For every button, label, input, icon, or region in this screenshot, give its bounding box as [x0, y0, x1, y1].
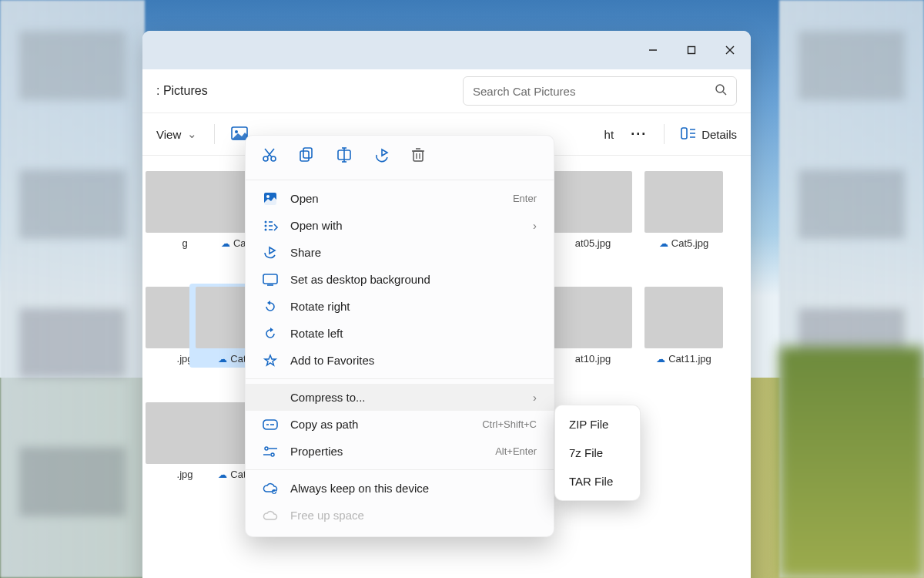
more-button[interactable]: ··· — [631, 126, 647, 143]
details-label: Details — [701, 128, 737, 141]
submenu-tar[interactable]: TAR File — [555, 467, 640, 496]
menu-copy-as-path[interactable]: Copy as pathCtrl+Shift+C — [246, 411, 554, 438]
details-view-button[interactable]: Details — [681, 128, 737, 141]
svg-rect-22 — [413, 151, 423, 161]
menu-add-favorites[interactable]: Add to Favorites — [246, 347, 554, 374]
cloud-keep-icon — [263, 483, 278, 494]
rotate-right-icon — [263, 301, 278, 313]
svg-line-5 — [723, 92, 726, 95]
view-menu[interactable]: View ⌄ — [156, 127, 197, 141]
properties-icon — [263, 446, 278, 457]
svg-rect-35 — [263, 274, 277, 284]
view-label: View — [156, 128, 181, 141]
minimize-button[interactable] — [635, 37, 671, 63]
file-thumb[interactable]: ☁Cat11.jpg — [641, 287, 726, 365]
svg-point-42 — [271, 453, 274, 456]
open-with-icon — [263, 220, 278, 232]
menu-set-background[interactable]: Set as desktop background — [246, 266, 554, 293]
menu-compress-to[interactable]: Compress to...› — [246, 384, 554, 411]
star-icon — [263, 355, 278, 367]
file-thumb[interactable]: at05.jpg — [551, 171, 635, 249]
details-icon — [681, 128, 695, 141]
cloud-icon: ☁ — [659, 238, 668, 249]
submenu-7z[interactable]: 7z File — [555, 439, 640, 467]
close-button[interactable] — [712, 37, 748, 63]
share-icon — [263, 247, 278, 259]
svg-point-29 — [265, 220, 267, 223]
search-placeholder: Search Cat Pictures — [473, 85, 575, 98]
cloud-icon: ☁ — [221, 238, 230, 249]
menu-always-keep[interactable]: Always keep on this device — [246, 475, 554, 502]
cloud-icon — [263, 511, 278, 520]
svg-rect-16 — [300, 151, 309, 161]
cloud-icon: ☁ — [656, 354, 665, 365]
cloud-icon: ☁ — [218, 469, 227, 480]
delete-icon[interactable] — [412, 148, 424, 166]
address-bar: : Pictures Search Cat Pictures — [142, 69, 751, 113]
context-menu-quick-actions — [246, 142, 554, 175]
svg-point-40 — [265, 447, 268, 450]
svg-point-30 — [265, 224, 267, 227]
chevron-down-icon: ⌄ — [187, 127, 197, 141]
menu-rotate-right[interactable]: Rotate right — [246, 293, 554, 320]
svg-rect-8 — [681, 128, 687, 139]
path-icon — [263, 420, 278, 429]
toolbar-label-fragment[interactable]: ht — [604, 128, 614, 141]
maximize-button[interactable] — [674, 37, 709, 63]
file-thumb[interactable]: ☁Cat5.jpg — [641, 171, 726, 249]
open-icon — [263, 193, 278, 205]
toolbar-separator — [214, 124, 215, 144]
file-thumb[interactable]: at10.jpg — [551, 287, 635, 365]
rename-icon[interactable] — [336, 148, 352, 166]
svg-point-4 — [716, 85, 724, 92]
chevron-right-icon: › — [533, 219, 537, 232]
menu-share[interactable]: Share — [246, 239, 554, 266]
search-icon — [715, 84, 727, 98]
share-icon[interactable] — [375, 148, 389, 166]
window-titlebar[interactable] — [142, 31, 751, 69]
chevron-right-icon: › — [533, 391, 537, 404]
submenu-zip[interactable]: ZIP File — [555, 410, 640, 439]
cloud-icon: ☁ — [218, 354, 227, 365]
rotate-left-icon — [263, 328, 278, 340]
svg-point-7 — [235, 130, 238, 133]
compress-submenu: ZIP File 7z File TAR File — [554, 405, 641, 501]
svg-point-28 — [266, 195, 270, 198]
menu-open[interactable]: OpenEnter — [246, 185, 554, 212]
search-input[interactable]: Search Cat Pictures — [463, 76, 737, 106]
menu-open-with[interactable]: Open with› — [246, 212, 554, 239]
cut-icon[interactable] — [263, 148, 276, 166]
copy-icon[interactable] — [300, 148, 313, 166]
toolbar-separator — [664, 124, 665, 144]
breadcrumb[interactable]: : Pictures — [156, 84, 208, 98]
desktop-bg-icon — [263, 274, 278, 285]
svg-point-31 — [265, 228, 267, 230]
context-menu: OpenEnter Open with› Share Set as deskto… — [245, 135, 554, 537]
menu-free-up-space[interactable]: Free up space — [246, 502, 554, 529]
svg-rect-17 — [303, 148, 312, 158]
svg-rect-1 — [688, 47, 695, 54]
menu-rotate-left[interactable]: Rotate left — [246, 320, 554, 347]
menu-properties[interactable]: PropertiesAlt+Enter — [246, 438, 554, 465]
